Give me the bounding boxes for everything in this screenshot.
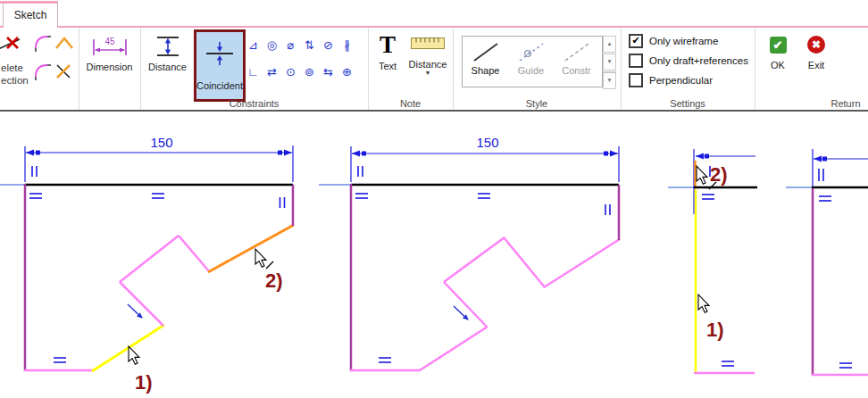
mouse-cursor-step2 [255,249,266,267]
dimension-150[interactable]: 150 [351,135,619,182]
symmetric-constraint-icon[interactable]: ∦ [338,37,356,54]
ok-label: OK [771,60,785,70]
zigzag-segment[interactable] [120,282,163,326]
equal-distance-constraint-icon[interactable]: ⇄ [263,63,281,81]
fillet-icon-2[interactable] [32,62,52,81]
application-window: 150 [0,0,868,398]
tab-sketch[interactable]: Sketch [3,1,58,26]
solid-line-icon [470,39,502,64]
checkbox-label: Perpendicular [649,75,713,86]
note-group-label: Note [368,98,453,109]
dimension-150[interactable]: 150 [25,135,293,182]
mouse-cursor-step1 [129,346,139,364]
zigzag-segment[interactable] [120,236,179,282]
group-return: ✔ OK ✖ Exit Return [755,28,868,110]
delete-line-icon[interactable] [0,35,25,54]
dimension-value[interactable]: 150 [150,135,172,150]
selected-segment-2-orange[interactable] [208,225,294,272]
zigzag-segment[interactable] [444,237,505,282]
dimension-partial[interactable] [813,149,868,187]
style-gallery: Shape Guide Constr [462,36,603,87]
dimension-icon-value: 45 [104,37,115,46]
constraint-icon-row-2: ∟ ⇄ ⊙ ⊚ ⇆ ⊕ [244,63,356,81]
step1-annotation: 1) [135,371,153,394]
gallery-scroll-down-button[interactable]: ▼ [603,54,616,70]
diameter-constraint-icon[interactable]: ⌀ [281,37,300,54]
zigzag-segment[interactable] [420,327,488,370]
tab-label: Sketch [14,9,47,21]
step2-annotation: 2) [710,163,728,186]
dimension-value[interactable]: 150 [476,135,498,150]
concentric-constraint-icon[interactable]: ◎ [263,37,281,54]
constraints-group-label: Constraints [140,98,368,109]
gallery-scroll-up-button[interactable]: ▲ [603,36,616,53]
detail-after[interactable] [786,149,868,376]
group-dimension: 45 Dimension [79,28,141,110]
dimension-icon: 45 [90,34,129,59]
checkbox-icon[interactable] [629,73,643,87]
sketch-after[interactable]: 150 [319,135,620,371]
trim-icon[interactable] [54,62,73,81]
move-constraint-icon[interactable]: ⇅ [300,37,319,54]
constraint-symbols[interactable] [819,169,852,368]
constraint-distance-label: Distance [148,62,187,72]
zigzag-segment[interactable] [544,239,620,287]
midpoint-constraint-icon[interactable]: ⊕ [338,63,356,81]
clipped-delete-section-label[interactable]: elete ection [1,62,29,87]
chamfer-icon[interactable] [54,35,75,51]
tangent-constraint-icon[interactable]: ⊘ [319,37,338,54]
parallel-constraint-icon[interactable]: ⇆ [319,63,338,81]
cursor-line-badge [266,261,273,269]
note-distance-button[interactable]: Distance ▾ [405,37,450,76]
group-note: T Text Distance ▾ Note [368,28,454,110]
sketch-before[interactable]: 150 [0,135,294,394]
ruler-icon [411,37,445,51]
style-item-shape[interactable]: Shape [463,37,508,87]
checkbox-perpendicular[interactable]: Perpendicular [629,73,713,87]
coincident-button-selected[interactable]: Coincident [194,29,246,102]
constraint-symbols[interactable] [355,166,610,362]
note-text-label: Text [379,61,396,71]
ok-check-icon: ✔ [770,37,787,54]
zigzag-segment[interactable] [179,236,209,271]
direction-arrow [128,304,143,319]
direction-arrow [454,306,469,320]
style-item-label: Shape [472,65,500,76]
zigzag-segment[interactable] [444,282,487,327]
mouse-cursor-step1 [698,294,709,312]
constraint-distance-button[interactable]: Distance [142,34,193,72]
style-group-label: Style [453,98,621,109]
step1-annotation: 1) [706,319,724,341]
ok-button[interactable]: ✔ OK [763,37,793,70]
equal-radius-constraint-icon[interactable]: ⊚ [300,63,319,81]
guide-line-icon [515,39,547,64]
fillet-icon[interactable] [32,33,52,53]
dimension-label: Dimension [87,62,133,72]
angle-constraint-icon[interactable]: ⊿ [244,37,263,54]
text-icon: T [380,31,396,58]
dimension-button[interactable]: 45 Dimension [82,34,137,72]
detail-before[interactable]: 2) 1) [668,149,757,373]
constraint-symbols[interactable] [29,166,285,362]
perpendicular-constraint-icon[interactable]: ∟ [244,63,263,81]
zigzag-segment[interactable] [504,237,545,287]
checkbox-only-draft-references[interactable]: Only draft+references [629,54,748,68]
style-item-guide[interactable]: Guide [508,37,554,87]
exit-button[interactable]: ✖ Exit [799,36,833,70]
exit-label: Exit [808,60,824,70]
chevron-down-icon[interactable]: ▾ [426,70,430,76]
radius-constraint-icon[interactable]: ⊙ [281,63,300,81]
checkbox-icon[interactable] [629,54,643,68]
style-item-label: Guide [518,65,544,76]
style-gallery-scroll: ▲ ▼ ▼ [603,36,616,90]
checkbox-icon[interactable]: ✔ [629,34,643,48]
gallery-expand-button[interactable]: ▼ [603,71,616,89]
coincident-icon [204,39,236,68]
coincident-label: Coincident [196,80,243,91]
note-text-button[interactable]: T Text [371,31,404,71]
exit-x-icon: ✖ [807,36,825,54]
style-item-constr[interactable]: Constr [554,37,599,87]
return-group-label: Return [819,98,868,109]
construction-line-icon [561,39,593,64]
checkbox-only-wireframe[interactable]: ✔ Only wireframe [629,34,718,48]
